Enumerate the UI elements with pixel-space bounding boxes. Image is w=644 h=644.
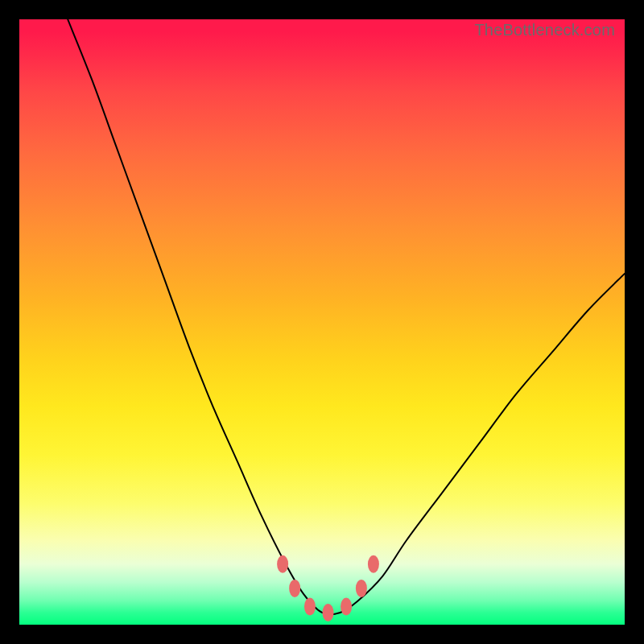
marker-dot <box>277 555 288 573</box>
bottleneck-markers <box>277 555 379 621</box>
marker-dot <box>323 604 334 621</box>
marker-dot <box>304 597 316 615</box>
watermark-text: TheBottleneck.com <box>474 21 615 39</box>
curve-layer <box>19 19 625 625</box>
marker-dot <box>341 597 352 615</box>
marker-dot <box>289 580 300 597</box>
plot-area: TheBottleneck.com <box>19 19 625 625</box>
bottleneck-curve <box>68 19 625 614</box>
marker-dot <box>368 555 379 573</box>
chart-frame: TheBottleneck.com <box>0 0 644 644</box>
marker-dot <box>356 580 367 597</box>
